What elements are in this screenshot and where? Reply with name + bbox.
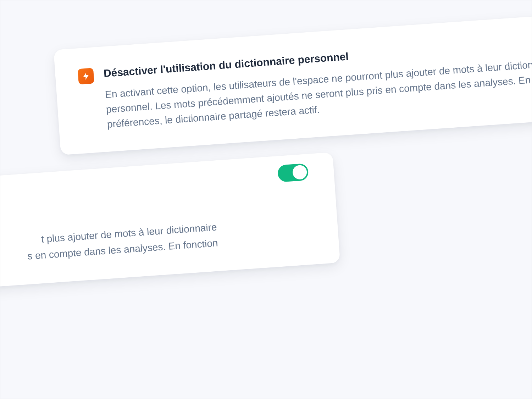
toggle-knob <box>292 165 307 180</box>
card-content: t plus ajouter de mots à leur dictionnai… <box>0 174 310 277</box>
lightning-icon <box>78 68 94 84</box>
toggle-switch[interactable] <box>277 163 309 182</box>
card-content: Désactiver l'utilisation du dictionnaire… <box>103 32 532 132</box>
settings-card-disable-dictionary: Désactiver l'utilisation du dictionnaire… <box>54 10 532 155</box>
settings-card-toggle-fragment: t plus ajouter de mots à leur dictionnai… <box>0 152 340 299</box>
